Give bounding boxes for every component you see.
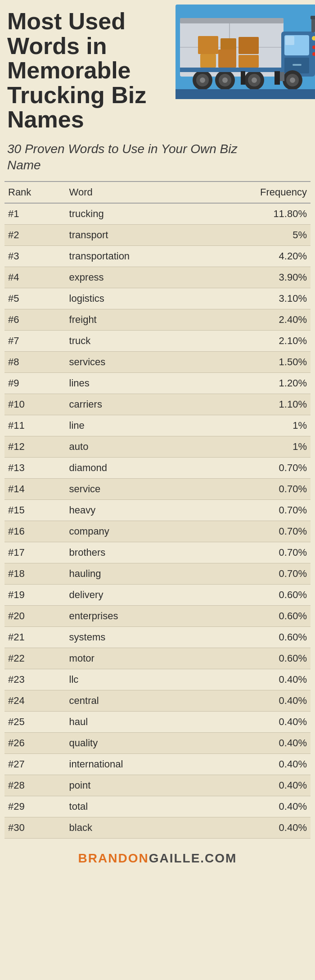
cell-rank: #1 xyxy=(4,203,66,225)
svg-point-23 xyxy=(222,77,228,83)
cell-word: express xyxy=(66,267,202,288)
cell-word: black xyxy=(66,817,202,838)
footer-gaille: GAILLE.COM xyxy=(149,851,237,865)
cell-frequency: 0.40% xyxy=(202,690,310,711)
cell-rank: #10 xyxy=(4,394,66,415)
table-row: #25haul0.40% xyxy=(4,711,310,732)
cell-rank: #8 xyxy=(4,351,66,372)
cell-rank: #30 xyxy=(4,817,66,838)
subtitle: 30 Proven Words to Use in Your Own Biz N… xyxy=(0,136,252,181)
table-header: Rank Word Frequency xyxy=(4,181,310,203)
column-rank: Rank xyxy=(4,181,66,203)
cell-frequency: 0.60% xyxy=(202,584,310,605)
svg-rect-7 xyxy=(200,54,216,68)
cell-rank: #18 xyxy=(4,563,66,584)
cell-word: truck xyxy=(66,330,202,351)
cell-rank: #11 xyxy=(4,415,66,436)
table-row: #18hauling0.70% xyxy=(4,563,310,584)
svg-rect-15 xyxy=(292,64,302,66)
svg-rect-10 xyxy=(238,55,259,68)
svg-rect-30 xyxy=(176,89,315,99)
cell-word: international xyxy=(66,753,202,775)
cell-word: service xyxy=(66,478,202,499)
cell-frequency: 0.40% xyxy=(202,711,310,732)
table-row: #1trucking11.80% xyxy=(4,203,310,225)
cell-frequency: 1.10% xyxy=(202,394,310,415)
table-row: #19delivery0.60% xyxy=(4,584,310,605)
cell-rank: #15 xyxy=(4,499,66,521)
table-row: #10carriers1.10% xyxy=(4,394,310,415)
cell-rank: #23 xyxy=(4,669,66,690)
svg-rect-9 xyxy=(238,37,259,54)
table-container: Rank Word Frequency #1trucking11.80%#2tr… xyxy=(0,181,315,843)
cell-frequency: 5% xyxy=(202,224,310,245)
svg-rect-5 xyxy=(198,36,218,54)
cell-frequency: 3.10% xyxy=(202,288,310,309)
cell-rank: #4 xyxy=(4,267,66,288)
cell-word: brothers xyxy=(66,542,202,563)
table-row: #16company0.70% xyxy=(4,521,310,542)
table-row: #11line1% xyxy=(4,415,310,436)
cell-frequency: 0.60% xyxy=(202,605,310,626)
table-row: #28point0.40% xyxy=(4,775,310,796)
cell-rank: #6 xyxy=(4,309,66,330)
cell-rank: #16 xyxy=(4,521,66,542)
cell-frequency: 0.70% xyxy=(202,542,310,563)
table-row: #5logistics3.10% xyxy=(4,288,310,309)
cell-word: carriers xyxy=(66,394,202,415)
svg-point-20 xyxy=(200,77,205,83)
table-row: #6freight2.40% xyxy=(4,309,310,330)
cell-rank: #20 xyxy=(4,605,66,626)
cell-frequency: 0.70% xyxy=(202,457,310,478)
cell-frequency: 0.70% xyxy=(202,499,310,521)
words-table: Rank Word Frequency #1trucking11.80%#2tr… xyxy=(4,181,310,839)
cell-rank: #21 xyxy=(4,626,66,648)
cell-frequency: 11.80% xyxy=(202,203,310,225)
cell-rank: #26 xyxy=(4,732,66,753)
cell-frequency: 0.70% xyxy=(202,478,310,499)
cell-word: services xyxy=(66,351,202,372)
cell-rank: #24 xyxy=(4,690,66,711)
cell-rank: #27 xyxy=(4,753,66,775)
column-frequency: Frequency xyxy=(202,181,310,203)
cell-rank: #7 xyxy=(4,330,66,351)
cell-word: haul xyxy=(66,711,202,732)
table-row: #7truck2.10% xyxy=(4,330,310,351)
footer-brand: BRANDON xyxy=(78,851,149,865)
cell-rank: #19 xyxy=(4,584,66,605)
main-title: Most Used Words in Memorable Trucking Bi… xyxy=(7,9,196,132)
table-row: #14service0.70% xyxy=(4,478,310,499)
cell-word: hauling xyxy=(66,563,202,584)
cell-word: diamond xyxy=(66,457,202,478)
header-section: Most Used Words in Memorable Trucking Bi… xyxy=(0,0,315,136)
cell-word: delivery xyxy=(66,584,202,605)
cell-frequency: 0.40% xyxy=(202,669,310,690)
cell-word: freight xyxy=(66,309,202,330)
cell-word: company xyxy=(66,521,202,542)
truck-illustration xyxy=(176,5,315,99)
cell-word: line xyxy=(66,415,202,436)
cell-rank: #28 xyxy=(4,775,66,796)
cell-frequency: 0.60% xyxy=(202,626,310,648)
svg-point-26 xyxy=(252,77,257,83)
table-row: #4express3.90% xyxy=(4,267,310,288)
table-row: #23llc0.40% xyxy=(4,669,310,690)
cell-rank: #17 xyxy=(4,542,66,563)
table-row: #29total0.40% xyxy=(4,796,310,817)
cell-word: logistics xyxy=(66,288,202,309)
cell-rank: #5 xyxy=(4,288,66,309)
cell-word: central xyxy=(66,690,202,711)
table-row: #27international0.40% xyxy=(4,753,310,775)
cell-word: total xyxy=(66,796,202,817)
cell-word: point xyxy=(66,775,202,796)
table-row: #22motor0.60% xyxy=(4,648,310,669)
cell-frequency: 4.20% xyxy=(202,245,310,267)
table-row: #20enterprises0.60% xyxy=(4,605,310,626)
cell-frequency: 3.90% xyxy=(202,267,310,288)
cell-word: trucking xyxy=(66,203,202,225)
cell-frequency: 1% xyxy=(202,415,310,436)
cell-word: quality xyxy=(66,732,202,753)
cell-word: enterprises xyxy=(66,605,202,626)
cell-frequency: 0.40% xyxy=(202,796,310,817)
cell-rank: #9 xyxy=(4,372,66,394)
